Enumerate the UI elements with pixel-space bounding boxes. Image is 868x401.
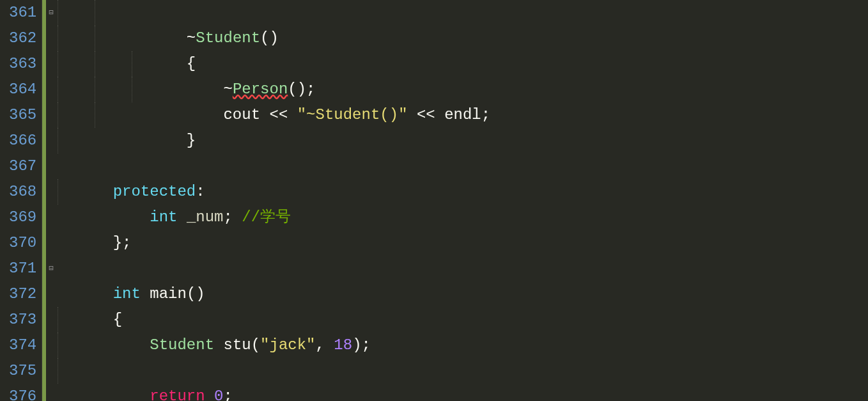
line-number[interactable]: 373 xyxy=(9,307,36,333)
line-number[interactable]: 361 xyxy=(9,0,36,26)
code-line[interactable]: int _num; //学号 xyxy=(58,179,868,205)
code-line[interactable]: ~Person(); xyxy=(58,51,868,77)
code-line[interactable]: ~Student() xyxy=(58,0,868,26)
fold-spacer xyxy=(46,333,56,358)
fold-spacer xyxy=(46,179,56,205)
fold-spacer xyxy=(46,128,56,153)
line-number[interactable]: 363 xyxy=(9,51,36,77)
code-line[interactable]: { xyxy=(58,281,868,307)
code-line[interactable]: cout << "~Student()" << endl; xyxy=(58,77,868,102)
code-line[interactable]: } xyxy=(58,102,868,128)
fold-spacer xyxy=(46,307,56,333)
code-line[interactable]: return 0; xyxy=(58,358,868,384)
fold-spacer xyxy=(46,230,56,256)
fold-spacer xyxy=(46,281,56,307)
code-line[interactable] xyxy=(58,128,868,153)
fold-spacer xyxy=(46,102,56,128)
line-number[interactable]: 368 xyxy=(9,179,36,205)
code-line[interactable]: Student stu("jack", 18); xyxy=(58,307,868,333)
line-number[interactable]: 369 xyxy=(9,205,36,230)
line-number[interactable]: 365 xyxy=(9,102,36,128)
fold-spacer xyxy=(46,153,56,179)
fold-spacer xyxy=(46,26,56,51)
code-line[interactable] xyxy=(58,230,868,256)
line-number[interactable]: 376 xyxy=(9,384,36,401)
code-line[interactable]: }; xyxy=(58,205,868,230)
code-line[interactable]: protected: xyxy=(58,153,868,179)
line-number-gutter: 361 362 363 364 365 366 367 368 369 370 … xyxy=(0,0,42,401)
code-editor: 361 362 363 364 365 366 367 368 369 370 … xyxy=(0,0,868,401)
fold-spacer xyxy=(46,384,56,401)
line-number[interactable]: 371 xyxy=(9,256,36,281)
code-line[interactable]: int main() xyxy=(58,256,868,281)
line-number[interactable]: 375 xyxy=(9,358,36,384)
code-line[interactable]: { xyxy=(58,26,868,51)
line-number[interactable]: 366 xyxy=(9,128,36,153)
fold-toggle-icon[interactable]: ⊟ xyxy=(46,256,56,281)
line-number[interactable]: 370 xyxy=(9,230,36,256)
code-line[interactable]: } xyxy=(58,384,868,401)
line-number[interactable]: 362 xyxy=(9,26,36,51)
code-line[interactable] xyxy=(58,333,868,358)
fold-spacer xyxy=(46,358,56,384)
code-text-area[interactable]: ~Student() { ~Person(); cout << "~Studen… xyxy=(56,0,868,401)
line-number[interactable]: 367 xyxy=(9,153,36,179)
fold-spacer xyxy=(46,51,56,77)
line-number[interactable]: 372 xyxy=(9,281,36,307)
line-number[interactable]: 364 xyxy=(9,77,36,102)
fold-spacer xyxy=(46,205,56,230)
fold-spacer xyxy=(46,77,56,102)
fold-toggle-icon[interactable]: ⊟ xyxy=(46,0,56,26)
fold-gutter: ⊟ ⊟ xyxy=(46,0,56,401)
line-number[interactable]: 374 xyxy=(9,333,36,358)
